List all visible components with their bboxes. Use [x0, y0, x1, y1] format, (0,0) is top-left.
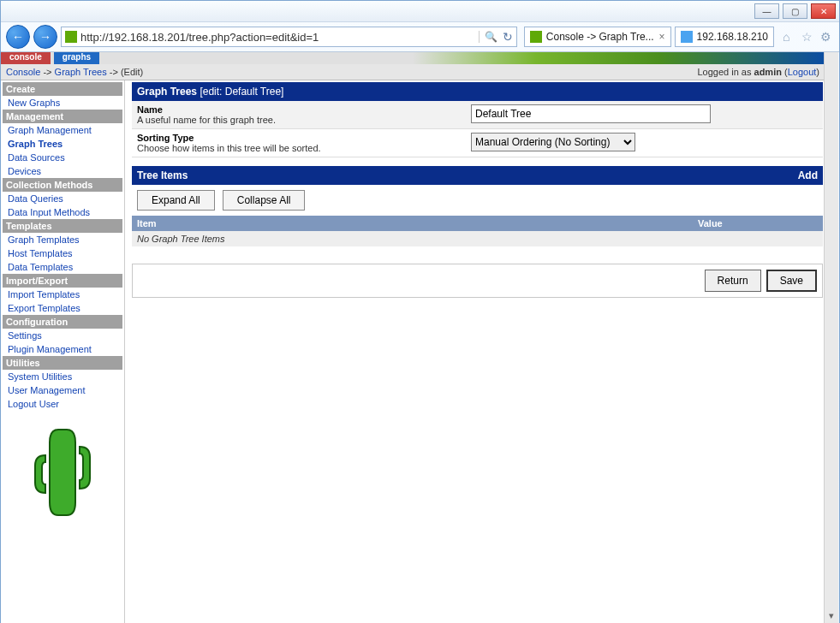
back-button[interactable]: ← [6, 25, 30, 49]
tab-label: Console -> Graph Tre... [546, 31, 654, 43]
close-tab-icon[interactable]: × [659, 31, 665, 43]
empty-message: No Graph Tree Items [132, 231, 823, 246]
search-icon[interactable]: 🔍 [485, 31, 497, 43]
column-value: Value [698, 218, 818, 228]
sidebar-item-data-queries[interactable]: Data Queries [3, 192, 122, 205]
breadcrumb-edit: (Edit) [121, 67, 143, 77]
site-icon [65, 31, 77, 43]
breadcrumb-console[interactable]: Console [6, 67, 40, 77]
heading-text: Graph Trees [137, 86, 200, 98]
logged-in-user: admin [754, 67, 782, 77]
refresh-icon[interactable]: ↻ [503, 30, 513, 44]
window-title-bar: — ▢ ✕ [1, 1, 839, 22]
name-label: Name [137, 104, 471, 115]
breadcrumb: Console -> Graph Trees -> (Edit) Logged … [1, 64, 825, 80]
sidebar-item-data-input[interactable]: Data Input Methods [3, 205, 122, 219]
sidebar-item-user-management[interactable]: User Management [3, 383, 122, 397]
sidebar-header-importexport: Import/Export [3, 274, 122, 288]
tab-console[interactable]: console [1, 52, 51, 64]
sidebar-item-export-templates[interactable]: Export Templates [3, 301, 122, 315]
sidebar-item-host-templates[interactable]: Host Templates [3, 246, 122, 260]
expand-all-button[interactable]: Expand All [137, 190, 215, 211]
url-text: http://192.168.18.201/tree.php?action=ed… [80, 31, 474, 44]
tab-graphs[interactable]: graphs [54, 52, 99, 64]
tab-label: 192.168.18.210 [697, 31, 768, 43]
sidebar-item-logout-user[interactable]: Logout User [3, 397, 122, 411]
sidebar-item-graph-templates[interactable]: Graph Templates [3, 233, 122, 246]
main-panel: Graph Trees [edit: Default Tree] Name A … [125, 80, 825, 623]
sidebar-item-data-sources[interactable]: Data Sources [3, 151, 122, 164]
browser-toolbar: ← → http://192.168.18.201/tree.php?actio… [1, 22, 839, 52]
name-input[interactable] [471, 104, 711, 123]
vertical-scrollbar[interactable]: ▾ [824, 52, 838, 623]
tab-console-graph-trees[interactable]: Console -> Graph Tre... × [524, 27, 671, 47]
address-bar[interactable]: http://192.168.18.201/tree.php?action=ed… [61, 27, 517, 47]
sorting-type-select[interactable]: Manual Ordering (No Sorting) [471, 133, 635, 151]
heading-subtext: [edit: Default Tree] [200, 86, 283, 98]
tools-icon[interactable]: ⚙ [820, 30, 834, 44]
cacti-top-tabs: console graphs [1, 52, 825, 64]
return-button[interactable]: Return [705, 270, 761, 292]
breadcrumb-graph-trees[interactable]: Graph Trees [55, 67, 107, 77]
add-link[interactable]: Add [798, 169, 818, 181]
section-header-graph-trees: Graph Trees [edit: Default Tree] [132, 82, 823, 101]
sidebar-item-new-graphs[interactable]: New Graphs [3, 96, 122, 110]
sorting-type-label: Sorting Type [137, 133, 471, 143]
favorites-icon[interactable]: ☆ [801, 30, 815, 44]
window-close-button[interactable]: ✕ [811, 3, 836, 19]
tab-192-168-18-210[interactable]: 192.168.18.210 [675, 27, 774, 47]
forward-button[interactable]: → [33, 25, 57, 49]
sidebar-item-plugin-management[interactable]: Plugin Management [3, 342, 122, 356]
cacti-logo [3, 421, 122, 524]
sidebar: Create New Graphs Management Graph Manag… [1, 80, 125, 623]
home-icon[interactable]: ⌂ [783, 30, 796, 44]
sidebar-header-management: Management [3, 110, 122, 123]
sidebar-header-create: Create [3, 82, 122, 96]
scroll-down-icon[interactable]: ▾ [826, 608, 837, 622]
sidebar-item-settings[interactable]: Settings [3, 329, 122, 342]
sidebar-item-data-templates[interactable]: Data Templates [3, 260, 122, 274]
logged-in-label: Logged in as [697, 67, 754, 77]
save-button[interactable]: Save [766, 270, 817, 292]
browser-tabs: Console -> Graph Tre... × 192.168.18.210 [521, 27, 774, 47]
sorting-type-description: Choose how items in this tree will be so… [137, 143, 471, 153]
breadcrumb-sep: -> [110, 67, 118, 77]
sidebar-item-graph-trees[interactable]: Graph Trees [3, 137, 122, 151]
sidebar-header-collection: Collection Methods [3, 178, 122, 192]
sidebar-item-graph-management[interactable]: Graph Management [3, 123, 122, 137]
name-description: A useful name for this graph tree. [137, 115, 471, 125]
column-item: Item [137, 218, 698, 228]
sidebar-item-import-templates[interactable]: Import Templates [3, 288, 122, 301]
collapse-all-button[interactable]: Collapse All [223, 190, 306, 211]
breadcrumb-sep: -> [43, 67, 51, 77]
sidebar-header-configuration: Configuration [3, 315, 122, 329]
window-maximize-button[interactable]: ▢ [783, 3, 807, 19]
window-minimize-button[interactable]: — [754, 3, 779, 19]
sidebar-header-utilities: Utilities [3, 356, 122, 370]
sidebar-item-devices[interactable]: Devices [3, 164, 122, 178]
addr-separator [479, 31, 480, 43]
tree-items-heading: Tree Items [137, 169, 188, 181]
sidebar-header-templates: Templates [3, 219, 122, 233]
page-icon [681, 31, 693, 43]
logout-link[interactable]: Logout [788, 67, 817, 77]
cacti-icon [530, 31, 542, 43]
sidebar-item-system-utilities[interactable]: System Utilities [3, 370, 122, 383]
